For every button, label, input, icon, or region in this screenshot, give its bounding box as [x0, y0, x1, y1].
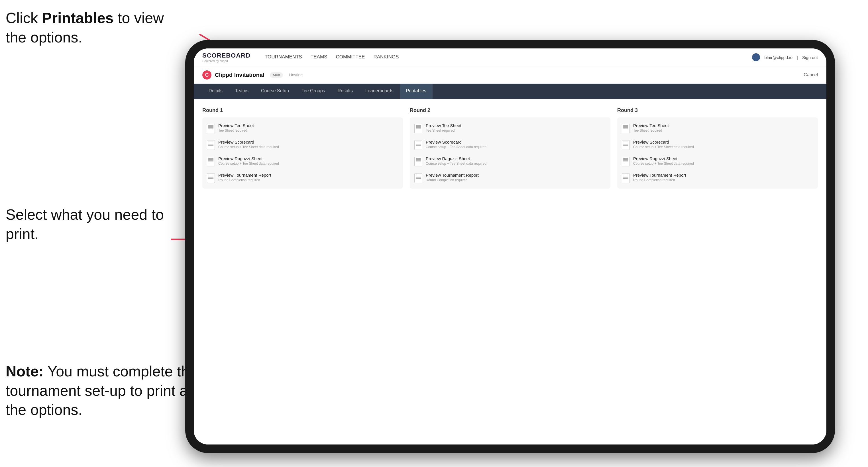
round1-tournament-report[interactable]: Preview Tournament Report Round Completi…: [207, 172, 398, 184]
tab-details[interactable]: Details: [202, 84, 229, 99]
annotation-top: Click Printables to view the options.: [6, 8, 182, 47]
round2-raguzzi[interactable]: Preview Raguzzi Sheet Course setup + Tee…: [414, 155, 606, 167]
card-text: Preview Tee Sheet Tee Sheet required: [426, 123, 461, 132]
nav-teams[interactable]: TEAMS: [311, 53, 328, 62]
round2-tee-sheet[interactable]: Preview Tee Sheet Tee Sheet required: [414, 122, 606, 134]
card-title: Preview Tee Sheet: [633, 123, 669, 128]
round2-scorecard[interactable]: Preview Scorecard Course setup + Tee She…: [414, 138, 606, 151]
card-subtitle: Course setup + Tee Sheet data required: [218, 145, 279, 149]
card-subtitle: Tee Sheet required: [218, 128, 254, 132]
annotation-top-text: Click Printables to view the options.: [6, 10, 164, 45]
doc-icon: [414, 157, 422, 166]
round1-scorecard[interactable]: Preview Scorecard Course setup + Tee She…: [207, 138, 398, 151]
tab-leaderboards[interactable]: Leaderboards: [359, 84, 400, 99]
round-3-title: Round 3: [617, 107, 818, 114]
tab-course-setup[interactable]: Course Setup: [255, 84, 295, 99]
doc-icon: [207, 173, 215, 183]
card-title: Preview Tournament Report: [426, 173, 479, 178]
top-nav: SCOREBOARD Powered by clippd TOURNAMENTS…: [194, 49, 827, 66]
tablet-screen: SCOREBOARD Powered by clippd TOURNAMENTS…: [194, 49, 827, 444]
card-subtitle: Round Completion required: [426, 178, 479, 182]
card-subtitle: Tee Sheet required: [426, 128, 461, 132]
doc-icon: [622, 157, 630, 166]
card-subtitle: Course setup + Tee Sheet data required: [633, 145, 694, 149]
doc-icon: [622, 124, 630, 133]
round-2-title: Round 2: [410, 107, 610, 114]
cancel-button[interactable]: Cancel: [804, 72, 818, 77]
annotation-middle-text: Select what you need to print.: [6, 206, 164, 242]
card-text: Preview Tournament Report Round Completi…: [218, 173, 271, 182]
round-3-column: Round 3 Preview Tee Sheet Tee Sheet requ…: [617, 107, 818, 189]
card-title: Preview Scorecard: [633, 139, 694, 145]
round-1-title: Round 1: [202, 107, 403, 114]
brand-sub: Powered by clippd: [202, 59, 250, 63]
card-subtitle: Course setup + Tee Sheet data required: [218, 161, 279, 165]
card-title: Preview Tournament Report: [633, 173, 686, 178]
tournament-name: C Clippd Invitational Men Hosting: [202, 70, 303, 80]
card-text: Preview Scorecard Course setup + Tee She…: [633, 139, 694, 149]
brand: SCOREBOARD Powered by clippd: [202, 52, 250, 63]
round3-raguzzi[interactable]: Preview Raguzzi Sheet Course setup + Tee…: [622, 155, 813, 167]
card-text: Preview Tournament Report Round Completi…: [426, 173, 479, 182]
round1-raguzzi[interactable]: Preview Raguzzi Sheet Course setup + Tee…: [207, 155, 398, 167]
card-subtitle: Tee Sheet required: [633, 128, 669, 132]
round1-tee-sheet[interactable]: Preview Tee Sheet Tee Sheet required: [207, 122, 398, 134]
round-1-cards: Preview Tee Sheet Tee Sheet required Pre…: [202, 117, 403, 189]
card-text: Preview Raguzzi Sheet Course setup + Tee…: [426, 156, 487, 165]
round3-tournament-report[interactable]: Preview Tournament Report Round Completi…: [622, 172, 813, 184]
round-2-cards: Preview Tee Sheet Tee Sheet required Pre…: [410, 117, 610, 189]
card-title: Preview Raguzzi Sheet: [633, 156, 694, 161]
hosting-badge: Hosting: [289, 73, 303, 77]
round-3-cards: Preview Tee Sheet Tee Sheet required Pre…: [617, 117, 818, 189]
doc-icon: [207, 140, 215, 150]
clippd-logo: C: [202, 70, 212, 80]
annotation-note-bold: Note:: [6, 363, 43, 379]
nav-committee[interactable]: COMMITTEE: [336, 53, 365, 62]
card-text: Preview Tee Sheet Tee Sheet required: [218, 123, 254, 132]
nav-tournaments[interactable]: TOURNAMENTS: [265, 53, 302, 62]
round3-scorecard[interactable]: Preview Scorecard Course setup + Tee She…: [622, 138, 813, 151]
card-title: Preview Tee Sheet: [426, 123, 461, 128]
doc-icon: [622, 140, 630, 150]
doc-icon: [414, 140, 422, 150]
tab-teams[interactable]: Teams: [229, 84, 255, 99]
card-text: Preview Tournament Report Round Completi…: [633, 173, 686, 182]
tournament-title: Clippd Invitational: [215, 72, 264, 79]
card-subtitle: Course setup + Tee Sheet data required: [633, 161, 694, 165]
annotation-bold-printables: Printables: [42, 10, 114, 26]
card-subtitle: Round Completion required: [218, 178, 271, 182]
nav-separator: |: [797, 55, 798, 60]
tournament-header: C Clippd Invitational Men Hosting Cancel: [194, 66, 827, 84]
card-text: Preview Scorecard Course setup + Tee She…: [218, 139, 279, 149]
top-nav-right: blair@clippd.io | Sign out: [752, 53, 818, 61]
tournament-gender-badge: Men: [270, 72, 283, 78]
card-title: Preview Tournament Report: [218, 173, 271, 178]
card-title: Preview Raguzzi Sheet: [218, 156, 279, 161]
sign-out-link[interactable]: Sign out: [802, 55, 818, 60]
rounds-grid: Round 1 Preview Tee Sheet Tee Sheet requ…: [202, 107, 818, 189]
doc-icon: [207, 157, 215, 166]
tab-results[interactable]: Results: [332, 84, 359, 99]
user-email: blair@clippd.io: [764, 55, 793, 60]
card-subtitle: Round Completion required: [633, 178, 686, 182]
brand-title: SCOREBOARD: [202, 52, 250, 59]
annotation-bottom: Note: You must complete the tournament s…: [6, 362, 199, 420]
top-nav-links: TOURNAMENTS TEAMS COMMITTEE RANKINGS: [265, 53, 741, 62]
nav-rankings[interactable]: RANKINGS: [373, 53, 399, 62]
round2-tournament-report[interactable]: Preview Tournament Report Round Completi…: [414, 172, 606, 184]
card-subtitle: Course setup + Tee Sheet data required: [426, 145, 487, 149]
avatar: [752, 53, 760, 61]
tab-printables[interactable]: Printables: [400, 84, 433, 99]
card-title: Preview Raguzzi Sheet: [426, 156, 487, 161]
tablet-device: SCOREBOARD Powered by clippd TOURNAMENTS…: [185, 40, 835, 453]
card-text: Preview Tee Sheet Tee Sheet required: [633, 123, 669, 132]
annotation-middle: Select what you need to print.: [6, 205, 182, 244]
doc-icon: [622, 173, 630, 183]
tab-tee-groups[interactable]: Tee Groups: [295, 84, 332, 99]
main-content: Round 1 Preview Tee Sheet Tee Sheet requ…: [194, 99, 827, 444]
card-title: Preview Tee Sheet: [218, 123, 254, 128]
doc-icon: [414, 124, 422, 133]
card-text: Preview Raguzzi Sheet Course setup + Tee…: [218, 156, 279, 165]
round3-tee-sheet[interactable]: Preview Tee Sheet Tee Sheet required: [622, 122, 813, 134]
doc-icon: [207, 124, 215, 133]
